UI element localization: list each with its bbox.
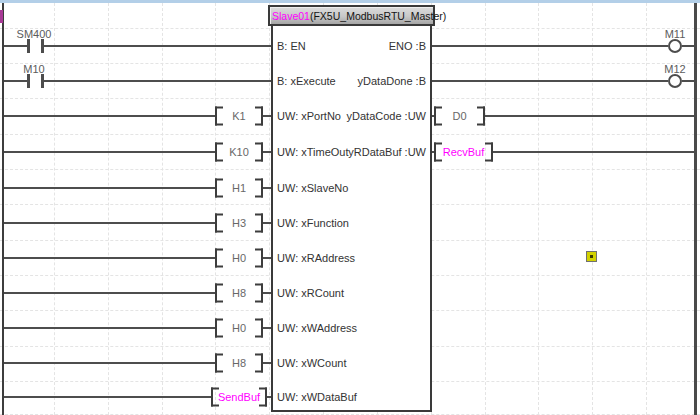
coil-operand-label: M11 (635, 28, 700, 40)
gridline (269, 3, 270, 415)
contact-operand-label: SM400 (0, 28, 74, 40)
coil-symbol[interactable] (668, 39, 682, 53)
edit-marker (0, 10, 3, 23)
contact-symbol[interactable] (27, 74, 30, 88)
contact-symbol[interactable] (27, 39, 30, 53)
cursor-marker[interactable] (586, 251, 597, 262)
operand-value: SendBuf (215, 391, 263, 403)
rung-wire (483, 115, 694, 117)
contact-symbol[interactable] (41, 39, 44, 53)
input-operand[interactable]: H0 (215, 319, 263, 337)
fb-input-pin-label: UW: xWCount (277, 357, 346, 369)
rung-wire (4, 396, 213, 398)
input-operand[interactable]: H1 (215, 179, 263, 197)
rung-wire (4, 187, 217, 189)
rung-wire (4, 362, 217, 364)
operand-value: H0 (219, 252, 259, 264)
input-operand[interactable]: H0 (215, 249, 263, 267)
ladder-editor: Slave01 (FX5U_ModbusRTU_Master) B: ENSM4… (0, 0, 700, 415)
operand-value: K10 (219, 146, 259, 158)
rung-wire (432, 80, 668, 82)
fb-input-pin-label: UW: xRAddress (277, 252, 355, 264)
gridline (485, 3, 486, 415)
gridline (108, 3, 109, 415)
output-operand[interactable]: RecvBuf (434, 143, 493, 161)
operand-value: RecvBuf (438, 146, 489, 158)
rung-wire (491, 151, 694, 153)
input-operand[interactable]: H3 (215, 214, 263, 232)
gridline (592, 3, 593, 415)
gridline (538, 3, 539, 415)
fb-output-pin-label: yRDataBuf :UW (300, 146, 426, 158)
rung-wire (432, 45, 668, 47)
input-operand[interactable]: K1 (215, 107, 263, 125)
gridline (162, 3, 163, 415)
rung-wire (44, 80, 271, 82)
rung-wire (682, 80, 694, 82)
coil-operand-label: M12 (635, 63, 700, 75)
fb-input-pin-label: UW: xRCount (277, 287, 344, 299)
fb-output-pin-label: ENO :B (300, 40, 426, 52)
input-operand[interactable]: SendBuf (211, 388, 267, 406)
fb-output-pin-label: yDataDone :B (300, 75, 426, 87)
fb-input-pin-label: UW: xSlaveNo (277, 182, 348, 194)
contact-operand-label: M10 (0, 63, 74, 75)
operand-value: H0 (219, 322, 259, 334)
output-operand[interactable]: D0 (434, 107, 485, 125)
function-block-header[interactable]: Slave01 (FX5U_ModbusRTU_Master) (268, 5, 435, 26)
operand-value: D0 (438, 110, 481, 122)
fb-type-name: (FX5U_ModbusRTU_Master) (310, 10, 446, 22)
rung-wire (4, 45, 27, 47)
coil-symbol[interactable] (668, 74, 682, 88)
cursor-dot (590, 255, 593, 258)
input-operand[interactable]: H8 (215, 284, 263, 302)
operand-value: H1 (219, 182, 259, 194)
fb-output-pin-label: yDataCode :UW (300, 110, 426, 122)
rung-wire (4, 257, 217, 259)
rung-wire (4, 292, 217, 294)
rung-wire (4, 115, 217, 117)
operand-value: H3 (219, 217, 259, 229)
window-top-edge (0, 0, 700, 3)
input-operand[interactable]: H8 (215, 354, 263, 372)
fb-input-pin-label: UW: xFunction (277, 217, 349, 229)
fb-input-pin-label: UW: xWDataBuf (277, 391, 357, 403)
fb-input-pin-label: UW: xWAddress (277, 322, 357, 334)
operand-value: H8 (219, 287, 259, 299)
rung-wire (682, 45, 694, 47)
fb-instance-name: Slave01 (272, 10, 310, 22)
rung-wire (4, 327, 217, 329)
operand-value: K1 (219, 110, 259, 122)
rung-wire (4, 151, 217, 153)
rung-wire (44, 45, 271, 47)
input-operand[interactable]: K10 (215, 143, 263, 161)
operand-value: H8 (219, 357, 259, 369)
contact-symbol[interactable] (41, 74, 44, 88)
rung-wire (4, 222, 217, 224)
rung-wire (4, 80, 27, 82)
